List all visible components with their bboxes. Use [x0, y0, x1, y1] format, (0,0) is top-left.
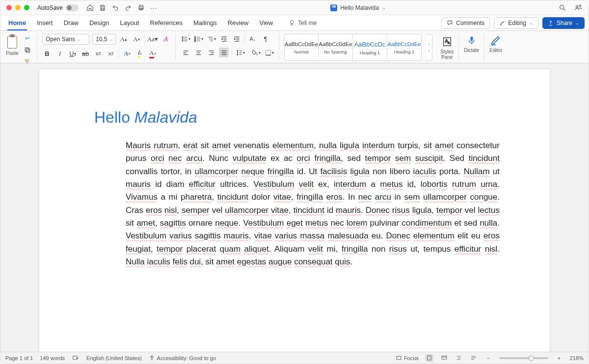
undo-icon[interactable] [111, 3, 120, 12]
view-web-layout-button[interactable] [440, 354, 448, 362]
subscript-button[interactable]: x2 [93, 49, 103, 58]
status-page[interactable]: Page 1 of 1 [5, 355, 33, 361]
focus-mode-button[interactable]: Focus [396, 355, 419, 361]
editor-button[interactable]: Editor [489, 34, 502, 53]
svg-rect-56 [428, 356, 431, 360]
style-card-normal[interactable]: AaBbCcDdEeNormal [284, 34, 319, 61]
focus-icon [396, 355, 402, 361]
window-close[interactable] [6, 5, 12, 10]
share-label: Share [557, 20, 572, 26]
styles-expand-button[interactable]: ‹› [426, 34, 432, 61]
text-effects-button[interactable]: A▾ [122, 49, 132, 58]
status-language[interactable]: English (United States) [86, 355, 142, 361]
show-marks-button[interactable]: ¶ [261, 34, 270, 44]
font-name-value: Open Sans [46, 36, 75, 43]
document-area[interactable]: Hello Malavida Mauris rutrum, erat sit a… [0, 63, 589, 352]
strikethrough-button[interactable]: ab [80, 49, 90, 58]
share-button[interactable]: Share ⌄ [542, 17, 585, 29]
styles-pane-button[interactable]: AA Styles Pane [440, 34, 454, 61]
align-center-button[interactable] [193, 48, 203, 57]
align-justify-button[interactable] [219, 48, 229, 57]
chevron-down-icon: ⌄ [109, 37, 113, 42]
increase-indent-button[interactable] [232, 34, 241, 44]
tab-draw[interactable]: Draw [63, 15, 80, 30]
italic-button[interactable]: I [55, 49, 65, 58]
svg-rect-51 [470, 37, 473, 41]
more-icon[interactable]: ··· [149, 3, 158, 12]
svg-rect-57 [442, 356, 447, 360]
document-heading[interactable]: Hello Malavida [94, 108, 500, 127]
borders-button[interactable]: ▾ [264, 48, 274, 57]
tab-review[interactable]: Review [227, 15, 250, 30]
autosave-toggle[interactable]: AutoSave [37, 4, 79, 11]
shading-button[interactable]: ▾ [251, 48, 261, 57]
highlight-button[interactable]: ℓ▾ [135, 49, 145, 58]
share-people-icon[interactable] [574, 3, 583, 12]
paste-button[interactable]: Paste [5, 34, 19, 56]
align-left-button[interactable] [181, 48, 190, 57]
window-minimize[interactable] [15, 5, 21, 10]
tab-design[interactable]: Design [88, 15, 110, 30]
align-right-button[interactable] [206, 48, 216, 57]
svg-rect-7 [25, 48, 28, 51]
document-title-wrap[interactable]: Hello Malavida ⌄ [162, 4, 554, 11]
zoom-in-button[interactable]: + [555, 354, 563, 362]
font-color-button[interactable]: A▾ [148, 49, 158, 58]
grow-font-button[interactable]: A▴ [119, 34, 129, 44]
font-size-select[interactable]: 10,5⌄ [92, 34, 116, 45]
tab-mailings[interactable]: Mailings [192, 15, 218, 30]
chevron-down-icon: ⌄ [575, 21, 579, 26]
view-outline-button[interactable] [455, 354, 463, 362]
decrease-indent-button[interactable] [219, 34, 229, 44]
autosave-label: AutoSave [37, 4, 63, 11]
sort-button[interactable]: A↓ [248, 34, 258, 44]
editor-label: Editor [489, 48, 502, 53]
word-doc-icon [330, 4, 337, 11]
zoom-slider[interactable] [499, 357, 548, 359]
multilevel-list-button[interactable]: ▾ [206, 34, 216, 44]
document-page[interactable]: Hello Malavida Mauris rutrum, erat sit a… [39, 69, 550, 352]
tab-view[interactable]: View [258, 15, 274, 30]
style-card-no-spacing[interactable]: AaBbCcDdEeNo Spacing [319, 34, 353, 61]
dictate-button[interactable]: Dictate [464, 34, 479, 53]
numbering-button[interactable]: 123▾ [193, 34, 203, 44]
group-paragraph: ▾ 123▾ ▾ A↓ ¶ ▾ ▾ [181, 34, 279, 61]
print-icon[interactable] [136, 3, 145, 12]
copy-button[interactable] [23, 46, 32, 54]
tab-references[interactable]: References [149, 15, 184, 30]
group-voice: Dictate [464, 34, 484, 61]
status-accessibility[interactable]: Accessibility: Good to go [149, 355, 216, 361]
tell-me[interactable]: Tell me [289, 20, 317, 26]
style-card-heading-1[interactable]: AaBbCcDcHeading 1 [353, 34, 387, 61]
spellcheck-icon[interactable] [72, 354, 80, 362]
save-icon[interactable] [98, 3, 107, 12]
editing-mode-button[interactable]: Editing ⌄ [494, 17, 538, 29]
bullets-button[interactable]: ▾ [181, 34, 190, 44]
view-print-layout-button[interactable] [426, 354, 433, 362]
view-draft-button[interactable] [470, 354, 478, 362]
superscript-button[interactable]: x2 [106, 49, 116, 58]
tab-layout[interactable]: Layout [119, 15, 140, 30]
tab-insert[interactable]: Insert [36, 15, 54, 30]
change-case-button[interactable]: Aa▾ [148, 34, 158, 44]
line-spacing-button[interactable]: ▾ [235, 48, 245, 57]
zoom-level[interactable]: 218% [570, 355, 584, 361]
search-icon[interactable] [558, 3, 567, 12]
document-body[interactable]: Mauris rutrum, erat sit amet venenatis e… [126, 139, 500, 268]
underline-button[interactable]: U▾ [68, 49, 78, 58]
cut-button[interactable]: ✂ [23, 33, 33, 44]
clipboard-icon [5, 34, 19, 50]
redo-icon[interactable] [124, 3, 133, 12]
font-name-select[interactable]: Open Sans⌄ [42, 34, 89, 45]
microphone-icon [466, 34, 478, 47]
comments-button[interactable]: Comments [441, 17, 490, 29]
window-maximize[interactable] [24, 5, 29, 10]
style-card-heading-2[interactable]: AaBbCcDdEeHeading 2 [387, 34, 422, 61]
shrink-font-button[interactable]: A▾ [132, 34, 141, 44]
clear-formatting-button[interactable]: A̷ [161, 34, 170, 44]
tab-home[interactable]: Home [7, 15, 27, 30]
status-words[interactable]: 149 words [40, 355, 65, 361]
bold-button[interactable]: B [42, 49, 52, 58]
zoom-out-button[interactable]: − [484, 354, 492, 362]
home-icon[interactable] [85, 3, 94, 12]
